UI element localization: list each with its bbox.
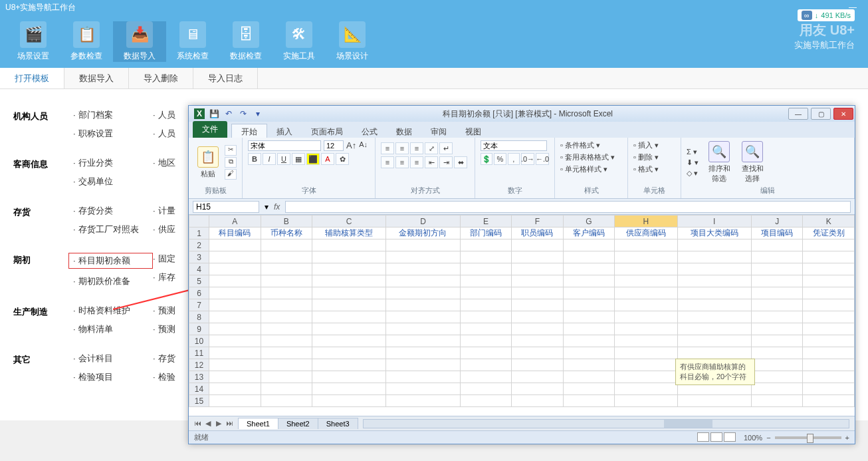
cell-E11[interactable] xyxy=(460,347,512,359)
ribtab-数据[interactable]: 数据 xyxy=(387,124,421,139)
cell-H11[interactable] xyxy=(615,347,677,359)
cell-K15[interactable] xyxy=(803,395,855,407)
align-top-icon[interactable]: ≡ xyxy=(381,142,394,154)
cell-D4[interactable] xyxy=(386,263,460,275)
zoom-out-button[interactable]: − xyxy=(766,434,770,442)
row-header-2[interactable]: 2 xyxy=(189,239,209,251)
view-pagebreak-icon[interactable] xyxy=(724,432,736,442)
excel-maximize-button[interactable]: ▢ xyxy=(811,108,831,120)
cell-E7[interactable] xyxy=(460,299,512,311)
row-header-1[interactable]: 1 xyxy=(189,228,209,239)
link-检验项目[interactable]: 检验项目 xyxy=(73,371,153,383)
format-painter-icon[interactable]: 🖌 xyxy=(225,169,237,180)
link-期初跌价准备[interactable]: 期初跌价准备 xyxy=(73,275,153,287)
cell-D1[interactable]: 金额期初方向 xyxy=(386,228,460,239)
cell-K9[interactable] xyxy=(803,323,855,335)
cell-F2[interactable] xyxy=(512,239,564,251)
align-left-icon[interactable]: ≡ xyxy=(381,156,394,168)
cell-C15[interactable] xyxy=(312,395,386,407)
ribbon-item-查找和选择[interactable]: 🔍查找和选择 xyxy=(738,141,766,184)
cell-J6[interactable] xyxy=(751,287,803,299)
cell-J4[interactable] xyxy=(751,263,803,275)
link-存货工厂对照表[interactable]: 存货工厂对照表 xyxy=(73,224,153,235)
cell-B6[interactable] xyxy=(261,287,312,299)
cell-J12[interactable] xyxy=(751,359,803,371)
ribbon-场景设置[interactable]: 🎬场景设置 xyxy=(7,21,60,62)
cell-H8[interactable] xyxy=(615,311,677,323)
ribbon-实施工具[interactable]: 🛠实施工具 xyxy=(272,21,326,62)
link-交易单位[interactable]: 交易单位 xyxy=(73,176,153,188)
wrap-text-icon[interactable]: ↵ xyxy=(439,142,453,154)
row-header-7[interactable]: 7 xyxy=(189,299,209,311)
cell-E4[interactable] xyxy=(460,263,512,275)
cell-G11[interactable] xyxy=(563,347,615,359)
cell-J5[interactable] xyxy=(751,275,803,287)
col-header-J[interactable]: J xyxy=(751,216,803,228)
dec-decimal-icon[interactable]: ←.0 xyxy=(536,153,549,165)
view-layout-icon[interactable] xyxy=(710,432,722,442)
cell-G4[interactable] xyxy=(563,263,615,275)
phonetic-button[interactable]: ✿ xyxy=(336,153,349,165)
cell-K1[interactable]: 凭证类别 xyxy=(803,228,855,239)
row-header-13[interactable]: 13 xyxy=(189,371,209,383)
ribtab-插入[interactable]: 插入 xyxy=(267,124,302,139)
cell-E2[interactable] xyxy=(460,239,512,251)
cell-A1[interactable]: 科目编码 xyxy=(209,228,261,239)
cell-F3[interactable] xyxy=(512,251,564,263)
inc-decimal-icon[interactable]: .0→ xyxy=(521,153,534,165)
cell-G13[interactable] xyxy=(563,371,615,383)
cell-K14[interactable] xyxy=(803,383,855,395)
fill-color-button[interactable]: ⬛ xyxy=(306,153,320,165)
cell-F7[interactable] xyxy=(512,299,564,311)
ribtab-公式[interactable]: 公式 xyxy=(352,124,387,139)
ribbon-item-单元格样式[interactable]: ▫ 单元格样式 ▾ xyxy=(560,164,607,174)
cell-J15[interactable] xyxy=(751,395,803,407)
cell-F9[interactable] xyxy=(512,323,564,335)
view-normal-icon[interactable] xyxy=(697,432,709,442)
cell-K10[interactable] xyxy=(803,335,855,347)
align-right-icon[interactable]: ≡ xyxy=(410,156,423,168)
indent-dec-icon[interactable]: ⇤ xyxy=(425,156,438,168)
col-header-G[interactable]: G xyxy=(563,216,615,228)
cell-B12[interactable] xyxy=(261,359,312,371)
cell-F5[interactable] xyxy=(512,275,564,287)
paste-button[interactable]: 📋 粘贴 xyxy=(194,146,222,179)
link-行业分类[interactable]: 行业分类 xyxy=(73,157,153,169)
link-会计科目[interactable]: 会计科目 xyxy=(73,353,153,365)
cell-G1[interactable]: 客户编码 xyxy=(563,228,615,239)
cell-H3[interactable] xyxy=(615,251,677,263)
border-button[interactable]: ▦ xyxy=(292,153,305,165)
row-header-11[interactable]: 11 xyxy=(189,347,209,359)
cell-I9[interactable] xyxy=(677,323,751,335)
cell-A8[interactable] xyxy=(209,311,261,323)
formula-input[interactable] xyxy=(285,201,851,213)
row-header-12[interactable]: 12 xyxy=(189,359,209,371)
sheet-tab-Sheet2[interactable]: Sheet2 xyxy=(278,418,318,429)
cell-E15[interactable] xyxy=(460,395,512,407)
ribbon-item-格式[interactable]: ▫ 格式 ▾ xyxy=(633,164,659,174)
col-header-K[interactable]: K xyxy=(803,216,855,228)
col-header-A[interactable]: A xyxy=(209,216,261,228)
cell-K2[interactable] xyxy=(803,239,855,251)
cell-F13[interactable] xyxy=(512,371,564,383)
cell-K12[interactable] xyxy=(803,359,855,371)
cell-I2[interactable] xyxy=(677,239,751,251)
ribtab-开始[interactable]: 开始 xyxy=(231,124,267,139)
cell-C9[interactable] xyxy=(312,323,386,335)
qat-undo-icon[interactable]: ↶ xyxy=(223,108,234,119)
cell-D12[interactable] xyxy=(386,359,460,371)
underline-button[interactable]: U xyxy=(277,153,290,165)
cell-D10[interactable] xyxy=(386,335,460,347)
cell-F4[interactable] xyxy=(512,263,564,275)
cell-B11[interactable] xyxy=(261,347,312,359)
cell-D6[interactable] xyxy=(386,287,460,299)
link-物料清单[interactable]: 物料清单 xyxy=(73,323,153,335)
sheet-nav-next-icon[interactable]: ▶ xyxy=(214,419,223,428)
cell-J8[interactable] xyxy=(751,311,803,323)
select-all-corner[interactable] xyxy=(189,216,209,228)
col-header-H[interactable]: H xyxy=(615,216,677,228)
cell-B13[interactable] xyxy=(261,371,312,383)
font-name-select[interactable] xyxy=(248,140,321,151)
cell-B15[interactable] xyxy=(261,395,312,407)
copy-icon[interactable]: ⧉ xyxy=(225,157,237,168)
